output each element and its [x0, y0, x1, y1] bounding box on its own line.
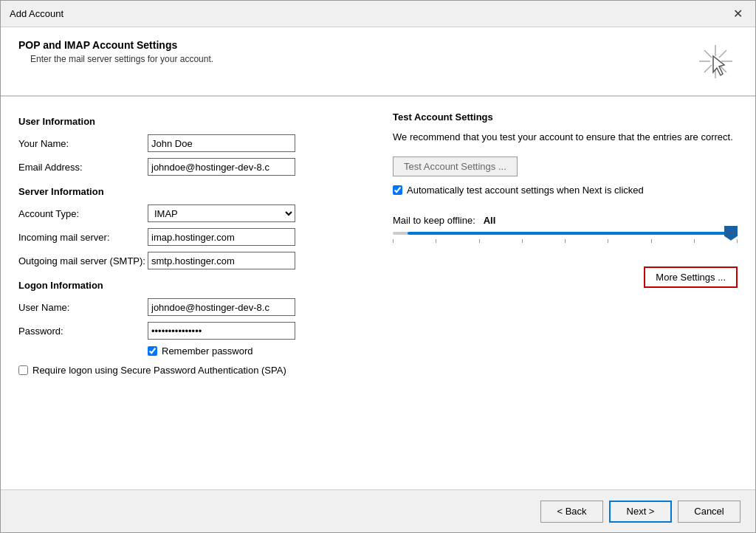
content-area: User Information Your Name: Email Addres… — [1, 97, 755, 489]
cursor-icon-container — [693, 39, 738, 83]
server-info-title: Server Information — [18, 186, 363, 197]
header-subtitle: Enter the mail server settings for your … — [30, 54, 213, 64]
left-panel: User Information Your Name: Email Addres… — [18, 111, 363, 475]
cancel-button[interactable]: Cancel — [678, 501, 740, 523]
user-name-row: User Name: — [18, 298, 363, 316]
auto-test-row: Automatically test account settings when… — [393, 184, 738, 197]
tick-5 — [565, 239, 566, 243]
slider-container — [393, 232, 738, 244]
tick-7 — [651, 239, 652, 243]
dialog: Add Account ✕ POP and IMAP Account Setti… — [0, 0, 756, 533]
wizard-icon — [695, 41, 736, 82]
spa-label: Require logon using Secure Password Auth… — [32, 364, 286, 377]
slider-fill — [408, 232, 738, 235]
back-button[interactable]: < Back — [540, 501, 603, 523]
tick-6 — [608, 239, 608, 243]
tick-8 — [694, 239, 695, 243]
header-section: POP and IMAP Account Settings Enter the … — [1, 27, 755, 96]
slider-ticks — [393, 238, 738, 244]
account-type-row: Account Type: IMAP POP3 — [18, 204, 363, 222]
title-bar: Add Account ✕ — [1, 1, 755, 27]
user-name-label: User Name: — [18, 302, 148, 313]
remember-password-label: Remember password — [162, 345, 253, 357]
test-account-settings-button[interactable]: Test Account Settings ... — [393, 157, 518, 176]
account-type-label: Account Type: — [18, 208, 148, 219]
dialog-title: Add Account — [10, 8, 63, 19]
mail-offline-label: Mail to keep offline: All — [393, 215, 738, 226]
tick-3 — [479, 239, 480, 243]
tick-1 — [393, 239, 394, 243]
slider-track — [393, 232, 738, 235]
spa-row: Require logon using Secure Password Auth… — [18, 364, 363, 377]
password-input[interactable] — [148, 322, 295, 340]
auto-test-label: Automatically test account settings when… — [407, 184, 644, 197]
mail-offline-value: All — [484, 215, 496, 226]
incoming-mail-input[interactable] — [148, 228, 295, 246]
remember-password-row: Remember password — [148, 345, 363, 357]
remember-password-checkbox[interactable] — [148, 346, 157, 356]
header-text: POP and IMAP Account Settings Enter the … — [18, 39, 213, 64]
user-name-input[interactable] — [148, 298, 295, 316]
your-name-label: Your Name: — [18, 138, 148, 149]
email-address-label: Email Address: — [18, 162, 148, 173]
svg-line-4 — [704, 50, 712, 58]
test-section-title: Test Account Settings — [393, 111, 738, 123]
right-panel: Test Account Settings We recommend that … — [393, 111, 738, 475]
user-info-title: User Information — [18, 116, 363, 127]
incoming-mail-label: Incoming mail server: — [18, 232, 148, 243]
svg-line-6 — [719, 50, 726, 58]
incoming-mail-row: Incoming mail server: — [18, 228, 363, 246]
password-row: Password: — [18, 322, 363, 340]
mail-offline-section: Mail to keep offline: All — [393, 215, 738, 244]
outgoing-mail-input[interactable] — [148, 252, 295, 269]
outgoing-mail-label: Outgoing mail server (SMTP): — [18, 255, 148, 266]
svg-line-7 — [704, 65, 712, 72]
close-button[interactable]: ✕ — [729, 5, 746, 23]
spa-checkbox[interactable] — [18, 365, 28, 375]
email-address-input[interactable] — [148, 158, 295, 176]
tick-2 — [436, 239, 436, 243]
auto-test-checkbox[interactable] — [393, 185, 402, 195]
header-title: POP and IMAP Account Settings — [18, 39, 213, 51]
tick-9 — [737, 239, 738, 243]
your-name-row: Your Name: — [18, 134, 363, 152]
footer: < Back Next > Cancel — [1, 489, 755, 532]
password-label: Password: — [18, 326, 148, 337]
outgoing-mail-row: Outgoing mail server (SMTP): — [18, 252, 363, 269]
tick-4 — [522, 239, 523, 243]
next-button[interactable]: Next > — [609, 501, 672, 523]
account-type-select[interactable]: IMAP POP3 — [148, 204, 295, 222]
email-address-row: Email Address: — [18, 158, 363, 176]
test-description: We recommend that you test your account … — [393, 130, 738, 145]
logon-info-title: Logon Information — [18, 280, 363, 291]
more-settings-button[interactable]: More Settings ... — [644, 266, 738, 288]
your-name-input[interactable] — [148, 134, 295, 152]
